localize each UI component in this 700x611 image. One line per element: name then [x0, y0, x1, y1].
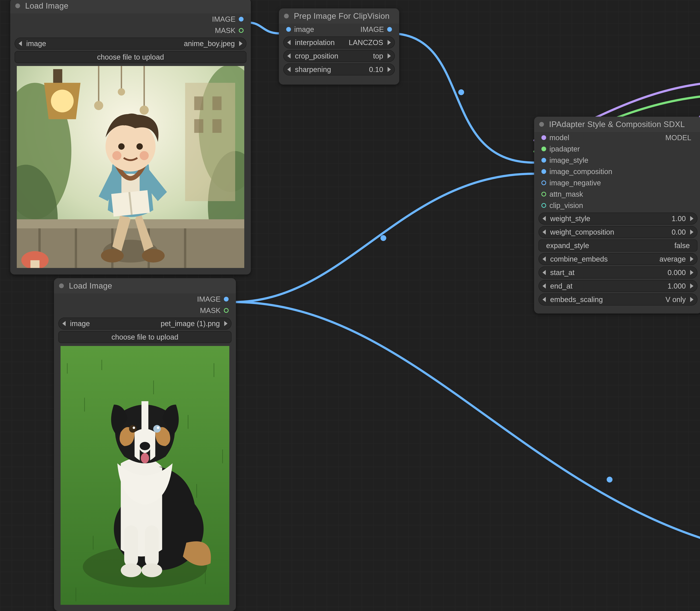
chevron-left-icon[interactable] — [542, 270, 546, 275]
output-port-model[interactable]: MODEL — [662, 132, 700, 143]
input-port-image-negative[interactable]: image_negative — [534, 177, 700, 189]
collapse-dot-icon[interactable] — [284, 14, 289, 18]
node-graph-canvas[interactable]: { "nodes": { "load1": { "title": "Load I… — [0, 0, 700, 611]
input-port-clip-vision[interactable]: clip_vision — [534, 200, 700, 211]
widget-label: image — [26, 40, 46, 48]
chevron-right-icon[interactable] — [690, 216, 694, 221]
image-preview[interactable] — [17, 66, 244, 268]
chevron-right-icon[interactable] — [690, 283, 694, 288]
port-label: model — [549, 134, 569, 142]
upload-button[interactable]: choose file to upload — [15, 51, 247, 63]
node-header[interactable]: Load Image — [10, 0, 251, 14]
node-header[interactable]: Prep Image For ClipVision — [279, 9, 399, 24]
link-prep-to-ipa-style — [389, 33, 535, 163]
widget-weight-style[interactable]: weight_style 1.00 — [538, 212, 698, 225]
node-header[interactable]: Load Image — [54, 278, 236, 294]
chevron-right-icon[interactable] — [388, 54, 391, 59]
output-port-mask[interactable]: MASK — [10, 25, 251, 36]
input-port-image-style[interactable]: image_style — [534, 154, 700, 166]
chevron-right-icon[interactable] — [388, 40, 391, 45]
port-label: image_composition — [549, 167, 612, 176]
port-dot-icon[interactable] — [224, 308, 228, 313]
port-dot-icon[interactable] — [387, 27, 392, 32]
link-midpoint-load2-comp — [381, 235, 386, 241]
widget-value: top — [373, 52, 383, 60]
chevron-left-icon[interactable] — [542, 216, 546, 221]
collapse-dot-icon[interactable] — [539, 122, 544, 127]
widget-image-selector[interactable]: image pet_image (1).png — [58, 317, 232, 330]
svg-rect-56 — [124, 525, 138, 567]
svg-point-65 — [141, 453, 149, 463]
port-dot-icon[interactable] — [541, 147, 546, 151]
widget-start-at[interactable]: start_at 0.000 — [538, 267, 698, 279]
widget-embeds-scaling[interactable]: embeds_scaling V only — [538, 294, 698, 306]
widget-label: start_at — [550, 268, 575, 277]
node-header[interactable]: IPAdapter Style & Composition SDXL — [534, 117, 700, 132]
output-port-image[interactable]: IMAGE — [54, 294, 236, 305]
widget-image-selector[interactable]: image anime_boy.jpeg — [15, 38, 247, 49]
chevron-right-icon[interactable] — [224, 321, 227, 326]
port-dot-icon[interactable] — [541, 135, 546, 140]
widget-expand-style[interactable]: expand_style false — [538, 239, 698, 252]
svg-point-60 — [129, 425, 137, 433]
widget-value: 1.000 — [668, 282, 686, 290]
port-dot-icon[interactable] — [541, 158, 546, 163]
chevron-right-icon[interactable] — [690, 297, 694, 302]
svg-point-58 — [121, 563, 142, 577]
port-dot-icon[interactable] — [286, 27, 291, 32]
input-port-model[interactable]: model — [534, 132, 662, 143]
port-dot-icon[interactable] — [239, 17, 243, 21]
chevron-left-icon[interactable] — [287, 67, 291, 72]
svg-point-34 — [94, 101, 103, 110]
widget-label: sharpening — [295, 65, 331, 74]
collapse-dot-icon[interactable] — [15, 3, 20, 8]
chevron-left-icon[interactable] — [62, 321, 65, 326]
input-port-ipadapter[interactable]: ipadapter — [534, 143, 700, 154]
chevron-left-icon[interactable] — [542, 283, 546, 288]
chevron-left-icon[interactable] — [542, 256, 546, 262]
widget-combine-embeds[interactable]: combine_embeds average — [538, 253, 698, 265]
widget-value: LANCZOS — [349, 39, 383, 47]
port-dot-icon[interactable] — [541, 192, 546, 196]
port-label-image: IMAGE — [197, 295, 221, 303]
chevron-right-icon[interactable] — [690, 270, 694, 275]
chevron-left-icon[interactable] — [542, 229, 546, 235]
output-port-mask[interactable]: MASK — [54, 305, 236, 316]
node-load-image-2[interactable]: Load Image IMAGE MASK image pet_image (1… — [54, 278, 236, 611]
input-port-image-composition[interactable]: image_composition — [534, 166, 700, 177]
chevron-right-icon[interactable] — [690, 229, 694, 235]
widget-value: 0.00 — [672, 228, 686, 236]
collapse-dot-icon[interactable] — [59, 283, 64, 288]
upload-button[interactable]: choose file to upload — [58, 331, 232, 343]
chevron-right-icon[interactable] — [239, 41, 242, 46]
output-port-image[interactable]: IMAGE — [339, 24, 399, 35]
port-dot-icon[interactable] — [224, 297, 228, 301]
port-dot-icon[interactable] — [239, 28, 243, 33]
chevron-right-icon[interactable] — [690, 256, 694, 262]
svg-point-26 — [106, 121, 156, 172]
image-preview[interactable] — [60, 346, 229, 605]
chevron-left-icon[interactable] — [542, 297, 546, 302]
node-ipadapter-style-composition[interactable]: IPAdapter Style & Composition SDXL model… — [534, 117, 700, 314]
widget-sharpening[interactable]: sharpening 0.10 — [283, 63, 395, 75]
widget-crop-position[interactable]: crop_position top — [283, 50, 395, 62]
port-dot-icon[interactable] — [541, 169, 546, 174]
input-port-image[interactable]: image — [279, 24, 339, 35]
chevron-left-icon[interactable] — [19, 41, 22, 46]
port-dot-icon[interactable] — [541, 180, 546, 185]
widget-label: combine_embeds — [550, 255, 608, 263]
widget-weight-composition[interactable]: weight_composition 0.00 — [538, 226, 698, 238]
button-label: choose file to upload — [97, 53, 164, 61]
output-port-image[interactable]: IMAGE — [10, 14, 251, 25]
chevron-left-icon[interactable] — [287, 54, 291, 59]
chevron-right-icon[interactable] — [388, 67, 391, 72]
widget-end-at[interactable]: end_at 1.000 — [538, 280, 698, 292]
node-prep-image-clipvision[interactable]: Prep Image For ClipVision image IMAGE in… — [279, 9, 399, 85]
widget-interpolation[interactable]: interpolation LANCZOS — [283, 36, 395, 48]
svg-point-27 — [118, 143, 125, 150]
svg-rect-11 — [194, 119, 203, 133]
chevron-left-icon[interactable] — [287, 40, 291, 45]
port-dot-icon[interactable] — [541, 203, 546, 208]
node-load-image-1[interactable]: Load Image IMAGE MASK image anime_boy.jp… — [10, 0, 251, 274]
input-port-attn-mask[interactable]: attn_mask — [534, 189, 700, 200]
